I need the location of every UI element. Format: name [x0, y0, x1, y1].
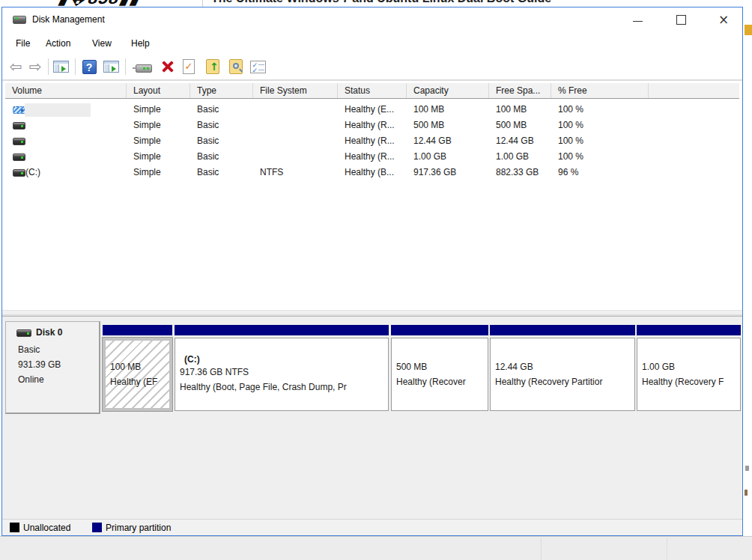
background-page-bottom	[0, 536, 752, 560]
cell-file-system	[253, 118, 338, 133]
divider	[541, 538, 542, 560]
primary-partition-bar	[175, 325, 389, 335]
column-header-type[interactable]: Type	[190, 83, 253, 98]
back-icon[interactable]: ⇦	[6, 57, 25, 76]
volume-row[interactable]: Simple Basic Healthy (R... 12.44 GB 12.4…	[5, 133, 739, 149]
partition-label: (C:)	[180, 354, 383, 365]
cell-free-space: 100 MB	[489, 102, 551, 118]
cell-layout: Simple	[127, 102, 190, 118]
column-header-file-system[interactable]: File System	[253, 83, 338, 98]
disk-graphical-pane: Disk 0 Basic 931.39 GB Online 100 MB Hea…	[2, 317, 742, 519]
partition-size: 500 MB	[396, 359, 483, 374]
legend-bar: Unallocated Primary partition	[2, 519, 742, 535]
cell-pct-free: 96 %	[551, 165, 649, 180]
delete-volume-icon[interactable]	[157, 57, 177, 76]
cell-volume	[19, 149, 127, 165]
cell-type: Basic	[190, 133, 253, 149]
show-action-pane-icon[interactable]	[101, 57, 121, 76]
toolbar-separator	[48, 58, 49, 75]
cell-layout: Simple	[127, 133, 190, 149]
maximize-button[interactable]	[670, 12, 693, 28]
minimize-button[interactable]	[627, 12, 649, 28]
disk0-size: 931.39 GB	[18, 359, 61, 370]
volume-list-header: Volume Layout Type File System Status Ca…	[5, 83, 739, 99]
partition-recovery-1gb[interactable]: 1.00 GB Healthy (Recovery F	[637, 321, 741, 414]
cell-status: Healthy (R...	[338, 133, 407, 149]
partition-recovery-500mb[interactable]: 500 MB Healthy (Recover	[391, 321, 488, 414]
pane-splitter[interactable]	[2, 310, 742, 317]
cell-status: Healthy (E...	[338, 102, 407, 118]
task-list-icon[interactable]: ✓✓	[248, 57, 267, 76]
folder-up-arrow-icon[interactable]: ↑	[203, 57, 222, 76]
legend-label-unallocated: Unallocated	[23, 523, 70, 533]
toolbar-separator	[75, 58, 76, 75]
cell-type: Basic	[190, 118, 253, 133]
background-fragment	[745, 25, 752, 35]
disk-drive-icon	[16, 329, 31, 337]
partition-c-drive[interactable]: (C:) 917.36 GB NTFS Healthy (Boot, Page …	[175, 321, 389, 414]
partition-status: Healthy (Recovery F	[642, 374, 736, 389]
background-headline: The Ultimate Windows 7 and Ubuntu Linux …	[211, 0, 551, 5]
document-check-icon[interactable]: ✓	[179, 57, 198, 76]
column-header-status[interactable]: Status	[338, 83, 407, 98]
cell-volume	[19, 118, 127, 133]
volume-row[interactable]: (C:) Simple Basic NTFS Healthy (B... 917…	[5, 165, 739, 180]
background-fragment	[745, 490, 748, 496]
disk0-status: Online	[18, 374, 44, 385]
cell-layout: Simple	[127, 149, 190, 165]
help-icon[interactable]: ?	[79, 57, 99, 76]
background-fragment	[745, 466, 749, 471]
cell-pct-free: 100 %	[551, 118, 649, 133]
cell-file-system: NTFS	[253, 165, 338, 180]
show-console-tree-icon[interactable]	[51, 57, 70, 76]
legend-label-primary: Primary partition	[106, 523, 171, 533]
menu-file[interactable]: File	[14, 36, 31, 51]
folder-search-icon[interactable]	[226, 57, 246, 76]
partition-efi[interactable]: 100 MB Healthy (EF	[103, 321, 172, 414]
column-header-pct-free[interactable]: % Free	[551, 83, 649, 98]
volume-row[interactable]: Simple Basic Healthy (R... 1.00 GB 1.00 …	[5, 149, 739, 165]
toolbar: ⇦ ⇨ ? ✓ ↑ ✓✓	[2, 52, 742, 81]
cell-status: Healthy (R...	[338, 149, 407, 165]
volume-row[interactable]: Simple Basic Healthy (E... 100 MB 100 MB…	[5, 102, 739, 118]
partition-status: Healthy (Recover	[396, 374, 483, 389]
divider	[667, 538, 667, 560]
menu-action[interactable]: Action	[44, 36, 72, 51]
disk0-type: Basic	[18, 344, 40, 355]
legend-swatch-primary	[92, 523, 102, 532]
cell-free-space: 882.33 GB	[489, 165, 551, 180]
device-properties-icon[interactable]	[134, 57, 154, 76]
cell-free-space: 500 MB	[489, 118, 551, 133]
disk-drive-icon	[13, 13, 26, 25]
partition-recovery-12gb[interactable]: 12.44 GB Healthy (Recovery Partitior	[490, 321, 635, 414]
column-header-capacity[interactable]: Capacity	[407, 83, 489, 98]
menu-help[interactable]: Help	[130, 36, 151, 51]
title-bar[interactable]: Disk Management ×	[2, 7, 742, 33]
forward-icon[interactable]: ⇨	[25, 57, 45, 76]
menu-view[interactable]: View	[91, 36, 113, 51]
partition-size: 12.44 GB	[495, 359, 630, 374]
column-header-blank[interactable]	[649, 83, 739, 98]
column-header-layout[interactable]: Layout	[127, 83, 190, 98]
cell-type: Basic	[190, 165, 253, 180]
background-logo-fragment: ▮�858▮▮	[56, 0, 142, 7]
cell-file-system	[253, 133, 338, 149]
primary-partition-bar	[103, 325, 172, 335]
cell-type: Basic	[190, 149, 253, 165]
partition-status: Healthy (Boot, Page File, Crash Dump, Pr	[180, 380, 383, 395]
toolbar-separator	[125, 58, 126, 75]
cell-volume	[19, 102, 127, 118]
disk0-info-panel[interactable]: Disk 0 Basic 931.39 GB Online	[5, 321, 100, 414]
cell-capacity: 12.44 GB	[407, 133, 489, 149]
primary-partition-bar	[490, 325, 635, 335]
cell-layout: Simple	[127, 165, 190, 180]
partition-status: Healthy (Recovery Partitior	[495, 374, 630, 389]
cell-free-space: 12.44 GB	[489, 133, 551, 149]
close-button[interactable]: ×	[712, 12, 735, 28]
column-header-free-space[interactable]: Free Spa...	[489, 83, 551, 98]
partition-size: 1.00 GB	[642, 359, 736, 374]
cell-file-system	[253, 149, 338, 165]
volume-row[interactable]: Simple Basic Healthy (R... 500 MB 500 MB…	[5, 118, 739, 133]
cell-capacity: 917.36 GB	[407, 165, 489, 180]
column-header-volume[interactable]: Volume	[5, 83, 127, 98]
